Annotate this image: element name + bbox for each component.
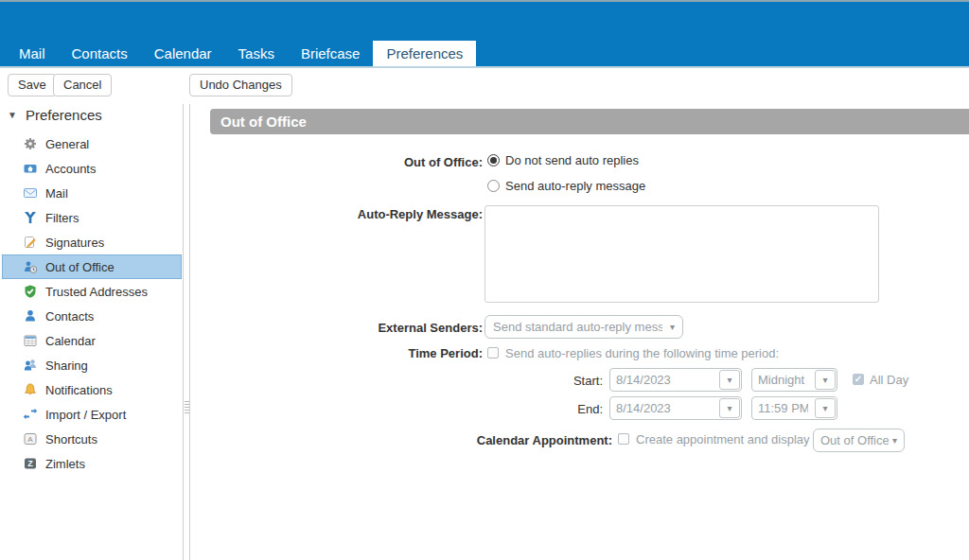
display-as-select[interactable]: Out of Office ▾ bbox=[813, 429, 905, 452]
time-period-label: Time Period: bbox=[190, 346, 483, 360]
start-label: Start: bbox=[190, 374, 603, 388]
sidebar-item-shortcuts[interactable]: A Shortcuts bbox=[2, 427, 182, 451]
cancel-button[interactable]: Cancel bbox=[53, 74, 112, 96]
sidebar-item-notifications[interactable]: Notifications bbox=[2, 377, 182, 402]
radio-selected[interactable] bbox=[487, 154, 500, 166]
sidebar-item-label: Shortcuts bbox=[45, 432, 97, 446]
sidebar-item-contacts[interactable]: Contacts bbox=[2, 304, 182, 328]
calendar-icon bbox=[23, 333, 38, 348]
tab-preferences[interactable]: Preferences bbox=[373, 41, 476, 66]
chevron-down-icon: ▾ bbox=[727, 375, 731, 385]
sidebar-item-label: General bbox=[45, 137, 89, 151]
all-day-label: All Day bbox=[870, 373, 908, 387]
tab-calendar[interactable]: Calendar bbox=[141, 41, 225, 66]
signature-icon bbox=[23, 235, 38, 250]
envelope-icon bbox=[23, 185, 38, 201]
sidebar-item-label: Notifications bbox=[45, 383, 113, 397]
chevron-down-icon: ▾ bbox=[822, 375, 827, 385]
svg-text:A: A bbox=[27, 435, 33, 444]
filter-icon bbox=[23, 210, 38, 225]
out-of-office-icon bbox=[23, 259, 38, 274]
external-senders-label: External Senders: bbox=[190, 321, 483, 335]
tab-contacts[interactable]: Contacts bbox=[59, 41, 141, 66]
sidebar-item-out-of-office[interactable]: Out of Office bbox=[2, 254, 182, 279]
gear-icon bbox=[23, 136, 38, 151]
sidebar-item-label: Sharing bbox=[45, 359, 88, 373]
radio-option-send-auto-reply[interactable]: Send auto-reply message bbox=[487, 179, 645, 193]
sidebar-item-label: Filters bbox=[45, 211, 79, 225]
start-time-dropdown-button[interactable]: ▾ bbox=[815, 370, 836, 390]
radio-unselected[interactable] bbox=[487, 180, 500, 192]
end-date-input[interactable] bbox=[610, 397, 718, 419]
external-senders-select[interactable]: Send standard auto-reply message ▾ bbox=[484, 315, 683, 339]
calendar-appointment-label: Calendar Appointment: bbox=[190, 433, 612, 447]
tab-briefcase[interactable]: Briefcase bbox=[288, 41, 374, 66]
sidebar-item-trusted-addresses[interactable]: Trusted Addresses bbox=[2, 279, 182, 304]
tree-collapse-icon[interactable]: ▼ bbox=[8, 110, 17, 120]
contact-icon bbox=[23, 308, 38, 324]
preferences-sidebar: ▼ Preferences General Accounts Mail Filt… bbox=[0, 104, 184, 560]
sidebar-root-preferences[interactable]: ▼ Preferences bbox=[8, 107, 102, 123]
end-time-combo: ▾ bbox=[751, 396, 837, 420]
sidebar-item-signatures[interactable]: Signatures bbox=[2, 230, 182, 254]
check-icon: ✓ bbox=[854, 375, 862, 384]
sidebar-item-sharing[interactable]: Sharing bbox=[2, 353, 182, 377]
end-label: End: bbox=[190, 402, 603, 416]
import-export-icon bbox=[23, 407, 38, 422]
keyboard-key-icon: A bbox=[23, 431, 38, 446]
panel-title: Out of Office bbox=[210, 109, 969, 134]
preferences-toolbar: Save Cancel Undo Changes bbox=[0, 70, 969, 104]
tab-tasks[interactable]: Tasks bbox=[225, 41, 288, 66]
all-day-row: ✓ All Day bbox=[853, 374, 908, 387]
end-date-combo: ▾ bbox=[609, 396, 742, 420]
chevron-down-icon: ▾ bbox=[727, 403, 731, 413]
sidebar-item-mail[interactable]: Mail bbox=[2, 181, 182, 205]
app-tabs: Mail Contacts Calendar Tasks Briefcase P… bbox=[6, 41, 476, 66]
auto-reply-message-label: Auto-Reply Message: bbox=[190, 207, 483, 221]
auto-reply-message-textarea[interactable] bbox=[484, 205, 879, 303]
shield-check-icon bbox=[23, 284, 38, 299]
time-period-checkbox[interactable] bbox=[487, 347, 499, 359]
sidebar-item-accounts[interactable]: Accounts bbox=[2, 156, 182, 181]
sidebar-item-label: Contacts bbox=[45, 309, 94, 324]
start-time-input[interactable] bbox=[752, 369, 814, 391]
all-day-checkbox[interactable]: ✓ bbox=[853, 374, 864, 385]
accounts-icon bbox=[23, 161, 38, 176]
start-date-combo: ▾ bbox=[609, 368, 742, 392]
sidebar-item-label: Trusted Addresses bbox=[45, 285, 148, 299]
radio-option-no-auto-replies[interactable]: Do not send auto replies bbox=[487, 153, 639, 167]
sidebar-item-filters[interactable]: Filters bbox=[2, 205, 182, 230]
start-date-dropdown-button[interactable]: ▾ bbox=[719, 370, 740, 390]
sidebar-item-calendar[interactable]: Calendar bbox=[2, 328, 182, 353]
radio-label: Do not send auto replies bbox=[505, 153, 639, 167]
end-time-dropdown-button[interactable]: ▾ bbox=[815, 398, 836, 418]
undo-changes-button[interactable]: Undo Changes bbox=[189, 74, 292, 96]
zimbra-preferences-page: { "glyphs": { "caret": "▾", "tree_expand… bbox=[0, 0, 969, 560]
start-date-input[interactable] bbox=[610, 369, 718, 391]
sidebar-item-zimlets[interactable]: Z Zimlets bbox=[2, 451, 182, 476]
sidebar-item-general[interactable]: General bbox=[2, 131, 182, 156]
external-senders-value: Send standard auto-reply message bbox=[493, 320, 662, 334]
start-time-combo: ▾ bbox=[751, 368, 837, 392]
zimlets-icon: Z bbox=[23, 456, 38, 471]
app-header: Mail Contacts Calendar Tasks Briefcase P… bbox=[0, 2, 969, 68]
radio-label: Send auto-reply message bbox=[505, 179, 645, 193]
bell-icon bbox=[23, 382, 38, 397]
chevron-down-icon: ▾ bbox=[892, 435, 897, 446]
svg-text:Z: Z bbox=[27, 459, 33, 468]
end-date-dropdown-button[interactable]: ▾ bbox=[719, 398, 740, 418]
sidebar-item-import-export[interactable]: Import / Export bbox=[2, 402, 182, 427]
save-button[interactable]: Save bbox=[8, 74, 57, 96]
sidebar-item-label: Zimlets bbox=[45, 457, 85, 471]
sidebar-root-label: Preferences bbox=[26, 107, 102, 123]
end-time-input[interactable] bbox=[752, 397, 814, 419]
sidebar-item-label: Signatures bbox=[45, 236, 104, 250]
time-period-checkbox-row: Send auto-replies during the following t… bbox=[487, 347, 779, 360]
create-appointment-checkbox[interactable] bbox=[618, 433, 629, 445]
sidebar-item-label: Import / Export bbox=[45, 408, 126, 422]
tab-mail[interactable]: Mail bbox=[6, 41, 59, 66]
calendar-appointment-checkbox-row: Create appointment and display as: bbox=[618, 433, 830, 446]
chevron-down-icon: ▾ bbox=[822, 403, 827, 413]
out-of-office-panel: Out of Office Out of Office: Do not send… bbox=[189, 104, 969, 560]
sidebar-item-label: Out of Office bbox=[45, 260, 115, 274]
